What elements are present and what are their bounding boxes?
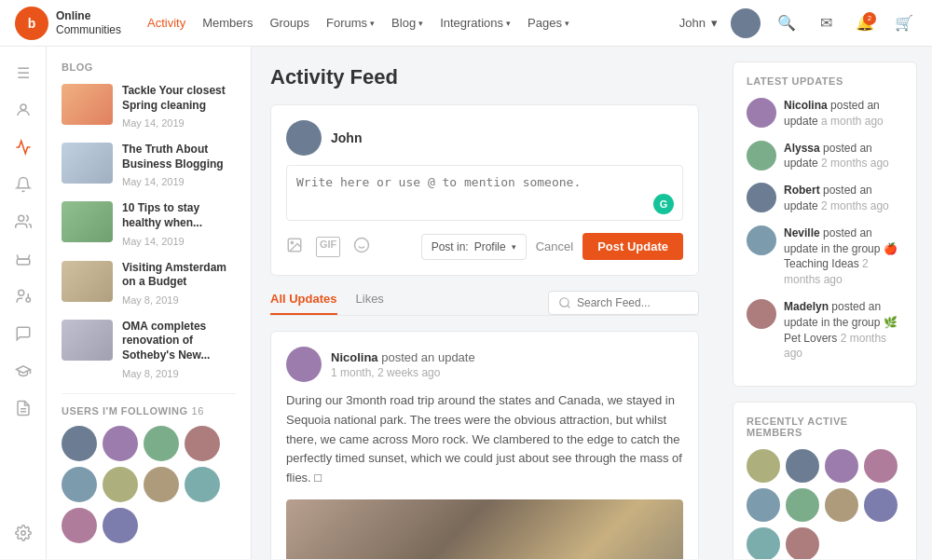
update-avatar[interactable] — [747, 299, 776, 329]
member-avatar[interactable] — [786, 449, 819, 483]
following-avatar[interactable] — [144, 426, 179, 461]
following-avatar[interactable] — [103, 426, 138, 461]
notification-icon[interactable]: 🔔 2 — [852, 10, 878, 36]
tab-all-updates[interactable]: All Updates — [270, 292, 337, 315]
reports-icon[interactable] — [7, 391, 40, 425]
following-avatar[interactable] — [103, 467, 138, 502]
update-avatar[interactable] — [747, 98, 776, 128]
nav-links: Activity Members Groups Forums▾ Blog▾ In… — [147, 16, 569, 30]
post-update-button[interactable]: Post Update — [582, 233, 683, 260]
settings-sidebar-icon[interactable] — [7, 516, 40, 550]
activity-image — [286, 499, 683, 559]
following-avatar[interactable] — [62, 467, 97, 502]
update-avatar[interactable] — [747, 183, 776, 212]
svg-point-1 — [18, 215, 23, 221]
post-avatar — [286, 120, 322, 156]
blog-title: Tackle Your closest Spring cleaning — [122, 84, 236, 113]
member-avatar[interactable] — [747, 449, 780, 483]
cancel-button[interactable]: Cancel — [536, 239, 573, 253]
following-avatar[interactable] — [185, 426, 220, 461]
blog-section-title: BLOG — [62, 61, 236, 73]
courses-icon[interactable] — [7, 354, 40, 388]
feed-tabs: All Updates Likes — [270, 291, 699, 316]
activity-avatar — [286, 347, 322, 382]
connections-icon[interactable] — [7, 280, 40, 313]
inbox-sidebar-icon[interactable] — [7, 242, 40, 276]
member-avatar[interactable] — [864, 449, 898, 483]
groups-sidebar-icon[interactable] — [7, 205, 40, 239]
activity-user: Nicolina posted an update — [331, 350, 475, 364]
nav-integrations[interactable]: Integrations▾ — [440, 16, 511, 30]
update-item: Alyssa posted an update 2 months ago — [747, 141, 903, 172]
blog-item[interactable]: 10 Tips to stay healthy when... May 14, … — [62, 201, 236, 247]
emoji-icon[interactable] — [353, 237, 370, 257]
cart-icon[interactable]: 🛒 — [891, 10, 917, 36]
nav-members[interactable]: Members — [202, 16, 253, 30]
blog-item[interactable]: The Truth About Business Blogging May 14… — [62, 143, 236, 188]
following-avatar[interactable] — [62, 426, 97, 461]
following-avatar[interactable] — [62, 508, 97, 543]
blog-thumb — [62, 201, 113, 242]
blog-thumb — [62, 320, 113, 361]
member-avatar[interactable] — [786, 488, 819, 522]
search-icon[interactable]: 🔍 — [774, 10, 800, 36]
member-avatar[interactable] — [747, 527, 780, 559]
menu-icon[interactable]: ☰ — [7, 56, 40, 89]
inbox-icon[interactable]: ✉ — [813, 10, 839, 36]
update-avatar[interactable] — [747, 225, 776, 255]
users-following: USERS I'M FOLLOWING 16 — [62, 405, 236, 543]
search-input[interactable] — [577, 296, 689, 309]
member-avatar[interactable] — [825, 488, 858, 522]
left-sidebar: ☰ — [0, 47, 47, 559]
page-title: Activity Feed — [270, 65, 699, 89]
right-sidebar: LATEST UPDATES Nicolina posted an update… — [718, 47, 932, 559]
post-in-dropdown[interactable]: Post in: Profile ▾ — [421, 234, 527, 260]
members-grid — [747, 449, 903, 559]
profile-icon[interactable] — [7, 93, 40, 127]
blog-item[interactable]: Visiting Amsterdam on a Budget May 8, 20… — [62, 261, 236, 307]
members-title: RECENTLY ACTIVE MEMBERS — [747, 416, 903, 438]
user-menu[interactable]: John ▾ — [679, 16, 718, 30]
following-avatar[interactable] — [103, 508, 138, 543]
notification-sidebar-icon[interactable] — [7, 168, 40, 201]
nav-pages[interactable]: Pages▾ — [528, 16, 569, 30]
svg-rect-2 — [17, 259, 30, 265]
update-avatar[interactable] — [747, 141, 776, 171]
blog-title: Visiting Amsterdam on a Budget — [122, 261, 236, 290]
update-item: Nicolina posted an update a month ago — [747, 98, 903, 130]
messages-icon[interactable] — [7, 317, 40, 350]
activity-icon[interactable] — [7, 130, 40, 164]
photo-icon[interactable] — [286, 237, 303, 257]
brand-top: Online — [56, 9, 121, 22]
svg-point-5 — [26, 298, 31, 303]
search-icon — [558, 296, 571, 309]
following-title: USERS I'M FOLLOWING 16 — [62, 405, 236, 417]
blog-item[interactable]: OMA completes renovation of Sotheby's Ne… — [62, 320, 236, 380]
post-textarea[interactable] — [286, 165, 683, 221]
following-avatar[interactable] — [185, 467, 220, 502]
logo[interactable]: b Online Communities — [15, 7, 121, 40]
avatar[interactable] — [731, 8, 761, 38]
blog-date: May 8, 2019 — [122, 294, 179, 306]
blog-item[interactable]: Tackle Your closest Spring cleaning May … — [62, 84, 236, 130]
member-avatar[interactable] — [825, 449, 858, 483]
tab-likes[interactable]: Likes — [356, 292, 384, 315]
nav-groups[interactable]: Groups — [269, 16, 309, 30]
logo-icon: b — [15, 7, 48, 40]
blog-date: May 14, 2019 — [122, 117, 185, 129]
nav-blog[interactable]: Blog▾ — [391, 16, 423, 30]
blog-title: The Truth About Business Blogging — [122, 143, 236, 171]
gif-icon[interactable]: GIF — [316, 237, 340, 257]
member-avatar[interactable] — [747, 488, 780, 522]
main-content: Activity Feed John G GIF — [252, 47, 718, 559]
nav-forums[interactable]: Forums▾ — [326, 16, 375, 30]
latest-updates-title: LATEST UPDATES — [747, 75, 903, 87]
svg-point-14 — [560, 298, 569, 307]
topnav-right: John ▾ 🔍 ✉ 🔔 2 🛒 — [679, 8, 917, 38]
layout: ☰ BLOG — [0, 47, 932, 559]
following-avatars — [62, 426, 236, 543]
following-avatar[interactable] — [144, 467, 179, 502]
nav-activity[interactable]: Activity — [147, 16, 185, 30]
member-avatar[interactable] — [864, 488, 898, 522]
member-avatar[interactable] — [786, 527, 819, 559]
